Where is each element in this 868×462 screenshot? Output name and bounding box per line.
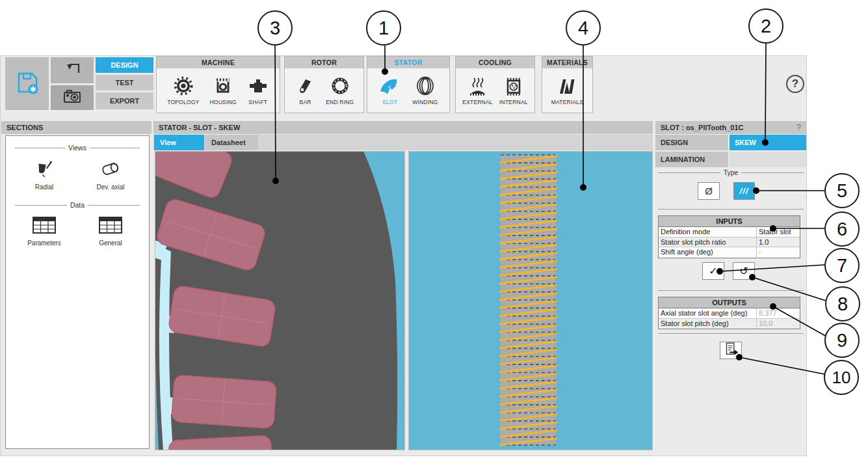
parameters-table-icon (33, 217, 56, 236)
toolbar-item-slot[interactable]: SLOT (379, 76, 401, 105)
toolbar-item-label: END RING (326, 99, 354, 105)
toolbar-group-rotor: ROTOR BAR END RING (284, 56, 364, 113)
slot-icon (379, 76, 401, 97)
save-icon (13, 68, 42, 100)
skew-type-none-button[interactable]: Ø (698, 182, 720, 200)
toolbar-item-topology[interactable]: TOPOLOGY (167, 76, 199, 105)
callout-9: 9 (824, 323, 860, 358)
mode-tab-design[interactable]: DESIGN (96, 57, 153, 73)
slot-panel-title: SLOT : os_PllTooth_01C (661, 124, 744, 131)
toolbar-item-materials[interactable]: MATERIALS (551, 76, 583, 105)
panel-divider (658, 209, 804, 210)
sections-panel: Views Radial (5, 135, 150, 449)
winding-icon (414, 76, 436, 97)
callout-2: 2 (748, 8, 783, 44)
toolbar-item-housing[interactable]: HOUSING (210, 76, 237, 105)
check-icon: ✓ (709, 266, 717, 277)
input-label: Stator slot pitch ratio (659, 238, 757, 247)
tab-datasheet[interactable]: Datasheet (205, 135, 258, 150)
reset-button[interactable]: ↺ (733, 262, 755, 280)
sidebar-item-radial[interactable]: Radial (11, 154, 77, 193)
toolbar-item-label: SHAFT (248, 99, 267, 105)
toolbar-item-label: TOPOLOGY (167, 99, 199, 105)
mode-tab-test[interactable]: TEST (96, 75, 153, 90)
external-cooling-icon (467, 76, 489, 97)
data-group-title: Data (15, 201, 140, 209)
toolbar-item-label: EXTERNAL (462, 99, 492, 105)
table-row: Stator slot pitch (deg) 10.0 (659, 319, 800, 329)
mode-tab-export[interactable]: EXPORT (96, 92, 153, 109)
panel-help-button[interactable]: ? (796, 123, 801, 132)
save-button[interactable] (5, 57, 49, 110)
tab-design[interactable]: DESIGN (655, 135, 728, 150)
input-label: Definition mode (659, 227, 757, 237)
radial-view-canvas[interactable] (155, 151, 405, 450)
toolbar-item-shaft[interactable]: SHAFT (247, 76, 269, 105)
export-document-icon (722, 341, 739, 360)
callout-5: 5 (824, 173, 860, 208)
toolbar-item-winding[interactable]: WINDING (412, 76, 438, 105)
output-label: Axial stator slot angle (deg) (659, 308, 757, 318)
callout-1: 1 (366, 10, 401, 46)
toolbar-item-label: WINDING (412, 99, 438, 105)
output-value: 10.0 (757, 319, 800, 329)
panel-divider (658, 333, 804, 334)
input-value[interactable]: 1.0 (757, 238, 800, 247)
tab-lamination[interactable]: LAMINATION (655, 152, 728, 167)
inputs-table-header: INPUTS (659, 216, 800, 227)
apply-button[interactable]: ✓ (702, 262, 724, 280)
table-row: Axial stator slot angle (deg) 8.377 (659, 308, 800, 319)
internal-cooling-icon (503, 76, 525, 97)
no-skew-icon: Ø (705, 185, 713, 197)
toolbar-group-materials: MATERIALS MATERIALS (542, 56, 593, 113)
toolbar-item-external[interactable]: EXTERNAL (462, 76, 492, 105)
callout-3: 3 (257, 10, 293, 46)
toolbar-item-label: HOUSING (210, 99, 237, 105)
sidebar-item-general[interactable]: General (77, 211, 144, 249)
skew-icon: /// (740, 186, 749, 196)
undo-button[interactable] (51, 57, 94, 83)
toolbar-group-machine: MACHINE TOPOLOGY HOUSING (156, 56, 280, 113)
radial-view-icon (34, 159, 54, 180)
slot-panel-header: SLOT : os_PllTooth_01C ? (655, 121, 806, 134)
screenshot-button[interactable] (51, 85, 94, 110)
reset-icon: ↺ (739, 266, 748, 277)
bar-icon (295, 76, 317, 97)
toolbar-item-label: SLOT (382, 99, 397, 105)
materials-icon (556, 76, 578, 97)
callout-6: 6 (824, 211, 860, 247)
sidebar-item-dev-axial[interactable]: Dev. axial (77, 154, 144, 193)
end-ring-icon (329, 76, 351, 97)
tab-view[interactable]: View (154, 135, 204, 150)
views-group-title: Views (15, 144, 140, 152)
dev-axial-view-icon (99, 159, 122, 180)
housing-icon (212, 76, 234, 97)
skew-type-skewed-button[interactable]: /// (733, 182, 755, 200)
sidebar-item-label: General (99, 239, 122, 247)
tab-skew[interactable]: SKEW (730, 135, 806, 150)
topology-icon (172, 76, 194, 97)
toolbar-item-bar[interactable]: BAR (295, 76, 317, 105)
table-row: Shift angle (deg) - (659, 247, 800, 258)
input-value[interactable]: Stator slot (757, 227, 800, 237)
toolbar-item-internal[interactable]: INTERNAL (499, 76, 528, 105)
toolbar-group-stator: STATOR SLOT WINDING (367, 56, 450, 113)
group-title-cooling: COOLING (456, 57, 534, 68)
stator-cross-section (155, 152, 404, 450)
callout-4: 4 (566, 10, 601, 46)
input-value[interactable]: - (757, 247, 800, 258)
toolbar-item-end-ring[interactable]: END RING (326, 76, 354, 105)
inputs-table: INPUTS Definition mode Stator slot Stato… (658, 215, 800, 258)
callout-10: 10 (824, 360, 859, 395)
sidebar-item-label: Dev. axial (96, 183, 124, 191)
outputs-table-header: OUTPUTS (659, 297, 800, 308)
undo-icon (62, 59, 83, 82)
toolbar-group-cooling: COOLING EXTERNAL (455, 56, 535, 113)
callout-7: 7 (824, 248, 860, 283)
panel-divider (658, 290, 804, 291)
help-button[interactable]: ? (786, 75, 804, 93)
export-report-button[interactable] (720, 342, 742, 359)
skew-view-canvas[interactable] (408, 151, 653, 450)
sidebar-item-parameters[interactable]: Parameters (11, 211, 77, 249)
input-label: Shift angle (deg) (659, 247, 757, 258)
